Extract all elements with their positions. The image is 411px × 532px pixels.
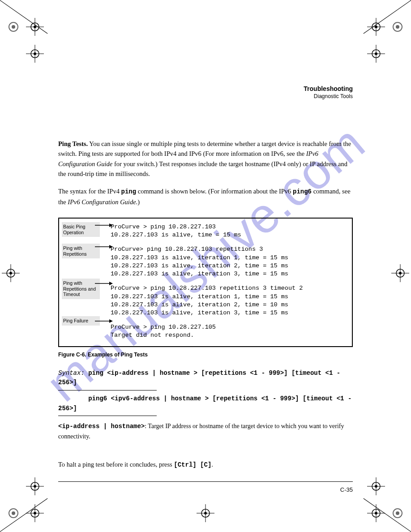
figure-label: Ping with Repetitions <box>62 244 100 258</box>
arrow-icon <box>95 244 113 250</box>
footer-rule <box>58 481 353 482</box>
code-inline: ping <box>121 188 137 195</box>
terminal-output: ProCurve> ping 10.28.227.103 repetitions… <box>111 245 345 278</box>
terminal-output: ProCurve > ping 10.28.227.103 repetition… <box>111 284 345 317</box>
arrow-icon <box>95 280 113 287</box>
svg-marker-57 <box>109 282 113 285</box>
text: .) <box>136 198 140 206</box>
arrow-icon <box>95 222 113 228</box>
keycap: [Ctrl] [C] <box>174 461 211 468</box>
option-name: <ip-address | hostname> <box>58 423 145 430</box>
svg-marker-55 <box>109 245 113 249</box>
figure-caption: Figure C-6. Examples of Ping Tests <box>58 352 353 358</box>
syntax-line: Syntax: ping <ip-address | hostname > [r… <box>58 369 353 389</box>
terminal-output: ProCurve > ping 10.28.227.105 Target did… <box>111 323 345 339</box>
arrow-icon <box>95 318 113 324</box>
page-header: Troubleshooting Diagnostic Tools <box>304 85 353 99</box>
run-in-heading: Ping Tests. <box>58 140 88 147</box>
footer-note: To halt a ping test before it concludes,… <box>58 459 353 470</box>
emphasis: IPv6 Configuration Guide <box>68 198 136 206</box>
syntax-text: ping <ip-address | hostname > [repetitio… <box>58 369 340 386</box>
header-subtitle: Diagnostic Tools <box>304 93 353 99</box>
figure-label: Ping Failure <box>62 316 100 326</box>
divider <box>58 416 157 416</box>
code-inline: ping6 <box>293 188 312 195</box>
text: . <box>211 461 213 468</box>
option-line: <ip-address | hostname>: Target IP addre… <box>58 421 353 441</box>
syntax-line: Syntax: ping6 <ipv6-address | hostname >… <box>58 394 353 414</box>
terminal-output: ProCurve > ping 10.28.227.103 10.28.227.… <box>111 223 345 239</box>
text: The syntax for the IPv4 <box>58 188 121 195</box>
page-number: C-35 <box>58 486 353 493</box>
body-text: Ping Tests. You can issue single or mult… <box>58 139 353 207</box>
paragraph-1: Ping Tests. You can issue single or mult… <box>58 139 353 179</box>
divider <box>58 390 157 390</box>
syntax-label: Syntax: <box>58 369 85 377</box>
syntax-section: Syntax: ping <ip-address | hostname > [r… <box>58 369 353 442</box>
text: To halt a ping test before it concludes,… <box>58 461 174 468</box>
text: command is shown below. (For information… <box>136 188 293 195</box>
paragraph-2: The syntax for the IPv4 ping command is … <box>58 186 353 207</box>
svg-marker-53 <box>109 223 113 227</box>
header-title: Troubleshooting <box>304 85 353 92</box>
syntax-text: ping6 <ipv6-address | hostname > [repeti… <box>58 395 351 412</box>
figure-box: Basic Ping Operation Ping with Repetitio… <box>58 218 353 347</box>
page-content: Troubleshooting Diagnostic Tools Ping Te… <box>0 0 411 532</box>
figure-label: Basic Ping Operation <box>62 222 100 237</box>
figure-label: Ping with Repetitions and Timeout <box>62 279 100 299</box>
svg-marker-59 <box>109 319 113 323</box>
